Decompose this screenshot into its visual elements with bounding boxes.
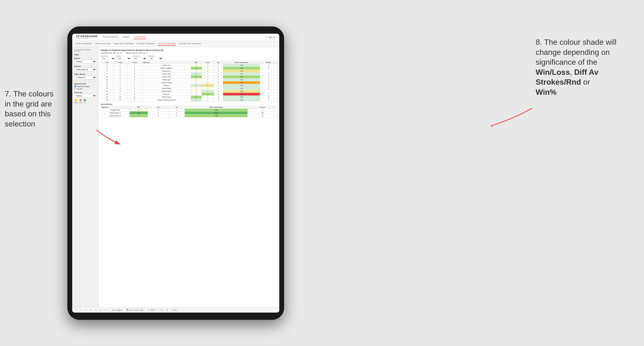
annotation-bold-3: Win%	[536, 88, 556, 96]
watch-btn[interactable]: 👁 Watch ▾	[146, 308, 158, 312]
conference-select[interactable]: (All)	[132, 57, 147, 60]
sec-nav-player-h2h-heatmap[interactable]: PLAYER H2H HEATMAP	[179, 42, 201, 46]
filter-conference-label: Conference	[132, 55, 147, 57]
division-record: Division Record: 331 - 34 - 6	[126, 52, 148, 54]
ood-th-opponent: Opponent	[101, 106, 130, 109]
ood-cell-opponent: Foreign Team	[101, 109, 130, 112]
ood-cell-loss: 0	[148, 109, 169, 112]
view-original-label: View: Original	[112, 309, 122, 311]
cell-rounds: 6	[260, 99, 277, 101]
cell-rounds: 11	[260, 96, 277, 99]
cell-win: 2	[191, 99, 202, 101]
cut-btn[interactable]: ✂	[94, 309, 97, 311]
arrow-left-svg	[94, 127, 123, 147]
cell-opponent: Alexis Sudjianto	[142, 67, 191, 70]
sidebar-player-rank-label: Player (Rank)	[74, 73, 96, 75]
th-rounds: Rounds	[260, 61, 277, 64]
dot-btn[interactable]: •••	[99, 309, 102, 311]
cell-conf: 3	[127, 70, 142, 73]
ood-table-row: Foreign Team 1 0 0 4.500 2	[101, 109, 277, 112]
sidebar-gender-label: Gender	[74, 57, 96, 59]
ood-cell-opponent: NCAA Division 2	[101, 114, 130, 117]
ood-cell-diff: 7.400	[184, 114, 248, 117]
sign-out-link[interactable]: Sign out	[268, 36, 276, 38]
layout-btn-2[interactable]: ⊟	[165, 308, 170, 312]
cell-loss: 2	[202, 90, 214, 93]
cell-win: 1	[191, 87, 202, 90]
opponents-select[interactable]: (All)	[101, 57, 115, 60]
refresh-btn[interactable]: ⟲	[104, 309, 107, 311]
cell-win: 1	[191, 90, 202, 93]
nav-right: ›| Sign out	[265, 36, 276, 38]
colour-by-label: Colour by	[74, 92, 96, 93]
annotation-left: 7. The colours in the grid are based on …	[5, 89, 60, 129]
sec-nav-team-h2h-heatmap[interactable]: TEAM H2H HEATMAP	[114, 42, 134, 46]
gender-select[interactable]: Women's	[74, 60, 96, 63]
ood-cell-tie: 0	[169, 112, 184, 114]
cell-div: 13	[101, 81, 114, 84]
cell-opponent: Jessica Mason	[142, 90, 191, 93]
region-select[interactable]: (All)	[116, 57, 131, 60]
cell-diff: 1.50	[223, 64, 260, 67]
cell-loss: 3	[202, 93, 214, 96]
filter-opponents: Opponents: (All)	[101, 55, 115, 60]
cell-loss: 0	[202, 67, 214, 70]
save-custom-label: Save Custom View	[129, 309, 144, 311]
cell-rounds: 4	[260, 75, 277, 78]
opponent-select[interactable]: (All)	[148, 57, 163, 60]
cell-div: 19	[101, 96, 114, 99]
cell-tie: 0	[214, 96, 223, 99]
sec-nav-team-summary[interactable]: TEAM SUMMARY	[76, 42, 92, 46]
sidebar-player-rank-section: Player (Rank) 6. Katelyn Vo	[74, 73, 96, 79]
nav-teams[interactable]: TEAMS	[122, 35, 130, 39]
sec-nav-player-h2h-grid[interactable]: PLAYER H2H GRID	[158, 42, 176, 46]
legend-up: Up	[84, 99, 86, 103]
nav-committee[interactable]: COMMITTEE	[134, 35, 146, 39]
main-content: Katelyn Vo Head-to-Head Grid for Women's…	[99, 47, 279, 307]
cell-win: 3	[191, 67, 202, 70]
view-original-btn[interactable]: View: Original	[110, 309, 124, 312]
filter-opponents-label: Opponents:	[101, 55, 115, 57]
cell-rounds: 2	[260, 93, 277, 96]
cell-diff: 4.00	[223, 67, 260, 70]
sec-nav-team-h2h-grid[interactable]: TEAM H2H GRID	[95, 42, 111, 46]
cell-div: 20	[101, 99, 114, 101]
ood-cell-diff: 4.500	[184, 109, 248, 112]
th-diff: Diff Av Strokes/Rnd	[223, 61, 260, 64]
cell-diff: 1.33	[223, 99, 260, 101]
radio-top100[interactable]: Top 100	[74, 88, 96, 90]
player-rank-select[interactable]: 6. Katelyn Vo	[74, 76, 96, 79]
cell-diff: 3.33	[223, 78, 260, 81]
cell-opponent: Andrea York	[142, 75, 191, 78]
ood-th-diff: Diff Av Strokes/Rnd	[184, 106, 248, 109]
undo-btn[interactable]: ↩	[75, 309, 78, 311]
radio-opponents-played[interactable]: Opponents Played	[74, 85, 96, 87]
sec-nav-player-summary[interactable]: PLAYER SUMMARY	[137, 42, 155, 46]
cell-rounds: 2	[260, 81, 277, 84]
ood-cell-tie: 0	[169, 114, 184, 117]
colour-by-select[interactable]: Win/loss	[74, 94, 96, 98]
cell-tie: 1	[214, 64, 223, 67]
th-tie: Tie	[214, 61, 223, 64]
save-custom-btn[interactable]: 💾 Save Custom View	[125, 308, 145, 312]
th-reg: # Reg	[114, 61, 127, 64]
cell-diff: -3.00	[223, 81, 260, 84]
cell-win: 2	[191, 84, 202, 87]
cell-win: 0	[191, 81, 202, 84]
cell-conf: 7	[127, 99, 142, 101]
cell-rounds: 3	[260, 78, 277, 81]
nav-tournaments[interactable]: TOURNAMENTS	[102, 35, 118, 39]
layout-btn-1[interactable]: ⊞	[159, 308, 164, 312]
cell-conf: 4	[127, 84, 142, 87]
undo2-btn[interactable]: ↩	[80, 309, 83, 311]
colour-legend: Down Level Up	[74, 99, 96, 103]
copy-btn[interactable]: ⊡	[89, 309, 92, 311]
cell-conf: 3	[127, 75, 142, 78]
share-btn[interactable]: Share	[171, 309, 178, 312]
filters-row: Opponents: (All) Region (All) Conference	[101, 55, 277, 60]
cell-opponent: Emily Chang	[142, 96, 191, 99]
redo-btn[interactable]: ↪	[84, 309, 88, 311]
cell-reg: 2	[114, 67, 127, 70]
division-select[interactable]: NCAA Division III	[74, 68, 96, 71]
table-row: 11 1 2 Heejo Hyun 1 0 0 3.33 3	[101, 78, 277, 81]
